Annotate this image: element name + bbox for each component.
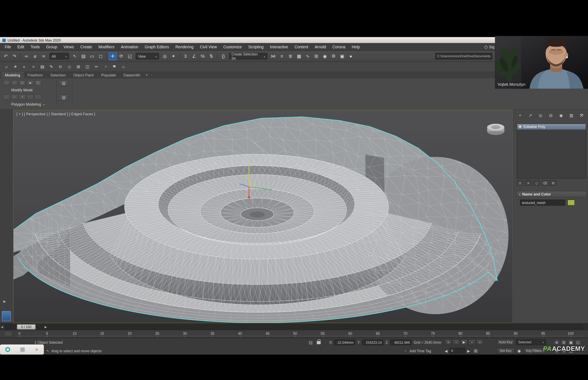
- meeting-controls-window[interactable]: ✕: [0, 344, 44, 355]
- menu-item[interactable]: Edit: [14, 43, 27, 51]
- visibility-bulb-icon[interactable]: [519, 125, 522, 128]
- set-keys-button[interactable]: ⊞: [472, 348, 479, 354]
- display-tab-icon[interactable]: ▥: [568, 112, 574, 118]
- scissors-icon[interactable]: ✂: [93, 63, 100, 71]
- angle-snap-icon[interactable]: ∠: [190, 52, 198, 60]
- pin-stack-icon[interactable]: ⊙: [517, 180, 524, 186]
- selection-filter-dropdown[interactable]: All: [49, 53, 69, 59]
- use-pivot-center-icon[interactable]: ◎: [161, 52, 169, 60]
- create-tab-icon[interactable]: ↗: [527, 112, 533, 118]
- select-object-icon[interactable]: ↖: [71, 52, 79, 60]
- mirror-icon[interactable]: ⋈: [269, 52, 277, 60]
- vertex-mode-icon[interactable]: ∴: [3, 80, 10, 86]
- menu-item[interactable]: Rendering: [172, 43, 197, 51]
- menu-item[interactable]: Animation: [118, 43, 142, 51]
- go-to-start-icon[interactable]: «: [445, 339, 452, 345]
- select-and-link-icon[interactable]: ∞: [22, 52, 30, 60]
- menu-item[interactable]: Graph Editors: [142, 43, 172, 51]
- preview-off-icon[interactable]: ·: [3, 95, 10, 100]
- set-key-button[interactable]: Set Key: [497, 348, 514, 354]
- show-end-result-icon[interactable]: ≡: [525, 180, 532, 186]
- modify-tab-icon[interactable]: ◎: [538, 112, 544, 118]
- bind-to-space-warp-icon[interactable]: ≍: [40, 52, 48, 60]
- menu-item[interactable]: Scripting: [245, 43, 267, 51]
- x-coordinate-field[interactable]: -12.049mm: [334, 340, 355, 345]
- menu-item[interactable]: File: [1, 43, 14, 51]
- ribbon-tab[interactable]: Datasmith: [120, 72, 144, 78]
- select-by-name-icon[interactable]: ▤: [79, 52, 87, 60]
- go-to-end-icon[interactable]: »: [476, 339, 483, 345]
- viewport-label[interactable]: [ + ] [ Perspective ] [ Standard ] [ Edg…: [17, 112, 95, 116]
- motion-tab-icon[interactable]: ◉: [558, 112, 564, 118]
- object-name-field[interactable]: textured_mesh: [520, 200, 565, 206]
- project-path-field[interactable]: C:\Users\vmors\OneDrive\Documents: [435, 53, 492, 59]
- menu-item[interactable]: Help: [349, 43, 363, 51]
- separator[interactable]: [179, 53, 180, 59]
- frame-prev-icon[interactable]: ◀: [445, 349, 447, 353]
- ribbon-toggle-icon[interactable]: ▦: [295, 52, 303, 60]
- timeline-config-button[interactable]: [4, 331, 12, 336]
- undo-icon[interactable]: ↶: [2, 52, 10, 60]
- menu-item[interactable]: Modifiers: [95, 43, 118, 51]
- helper-icon[interactable]: ◇: [65, 63, 73, 71]
- polygon-mode-icon[interactable]: ▰: [26, 80, 34, 86]
- menu-item[interactable]: Group: [43, 43, 60, 51]
- material-editor-icon[interactable]: ◉: [321, 52, 329, 60]
- configure-modifier-sets-icon[interactable]: ⚙: [550, 180, 557, 186]
- sunlight-icon[interactable]: ☀: [12, 63, 19, 71]
- select-and-move-icon[interactable]: ✛: [109, 52, 117, 60]
- next-frame-icon[interactable]: ▶: [45, 325, 47, 329]
- next-frame-icon[interactable]: ›: [468, 339, 476, 345]
- menu-item[interactable]: Civil View: [197, 43, 220, 51]
- ribbon-tab[interactable]: Object Paint: [69, 72, 97, 78]
- viewport[interactable]: [ + ] [ Perspective ] [ Standard ] [ Edg…: [13, 110, 513, 323]
- time-slider-handle[interactable]: 0 / 100: [17, 324, 36, 330]
- timeline-ruler[interactable]: 0510152025303540455055606570758085909510…: [0, 330, 588, 338]
- signin-area[interactable]: Sig: [484, 43, 495, 51]
- menu-item[interactable]: Tools: [27, 43, 43, 51]
- separator[interactable]: [20, 53, 21, 59]
- menu-item[interactable]: Corona: [329, 43, 349, 51]
- preview-subobject-icon[interactable]: ▫: [11, 95, 18, 100]
- select-and-rotate-icon[interactable]: ⟳: [117, 52, 125, 60]
- previous-frame-icon[interactable]: ◀: [1, 325, 3, 329]
- clock-icon[interactable]: ◔: [102, 63, 109, 71]
- curve-editor-icon[interactable]: ∿: [304, 52, 312, 60]
- bulb-icon[interactable]: ☼: [120, 63, 127, 71]
- menu-item[interactable]: Content: [291, 43, 312, 51]
- menu-item[interactable]: Views: [60, 43, 77, 51]
- select-and-manipulate-icon[interactable]: ✦: [169, 52, 177, 60]
- separator[interactable]: [106, 53, 107, 59]
- utilities-tab-icon[interactable]: ⚒: [579, 112, 585, 118]
- auto-key-button[interactable]: Auto Key: [497, 339, 514, 345]
- ribbon-minimize-icon[interactable]: ▾: [144, 72, 149, 78]
- border-mode-icon[interactable]: ◻: [19, 80, 26, 86]
- panel-icon[interactable]: ◫: [84, 63, 91, 71]
- rendered-frame-icon[interactable]: ▣: [338, 52, 346, 60]
- redo-icon[interactable]: ↷: [10, 52, 18, 60]
- render-setup-icon[interactable]: ⚙: [330, 52, 337, 60]
- constraints-icon[interactable]: [35, 95, 42, 100]
- schematic-view-icon[interactable]: ⊞: [312, 52, 320, 60]
- element-mode-icon[interactable]: ▢: [35, 80, 42, 86]
- modifier-stack[interactable]: Editable Poly: [517, 124, 586, 179]
- selection-set-dropdown[interactable]: Selected: [516, 339, 546, 345]
- y-coordinate-field[interactable]: 254223.14: [362, 340, 383, 345]
- snap-toggle-icon[interactable]: 3: [182, 52, 189, 60]
- current-frame-field[interactable]: 0: [450, 348, 465, 354]
- show-end-result-icon[interactable]: ▥: [59, 95, 68, 101]
- target-icon[interactable]: ⊙: [57, 63, 64, 71]
- isolate-selection-icon[interactable]: ⊡: [308, 340, 314, 345]
- rectangular-selection-region-icon[interactable]: ▭: [88, 52, 96, 60]
- select-and-scale-icon[interactable]: ◱: [126, 52, 134, 60]
- flag-icon[interactable]: ⚑: [111, 63, 118, 71]
- window-crossing-icon[interactable]: ◻: [97, 52, 105, 60]
- preview-multi-icon[interactable]: ▪: [19, 95, 26, 100]
- play-icon[interactable]: ▶: [461, 339, 467, 345]
- percent-snap-icon[interactable]: %: [199, 52, 207, 60]
- edge-mode-icon[interactable]: ∕: [11, 80, 18, 86]
- frame-next-icon[interactable]: ▶: [467, 349, 470, 353]
- unlink-selection-icon[interactable]: ⌀: [31, 52, 39, 60]
- make-unique-icon[interactable]: ◇: [533, 180, 540, 186]
- key-mode-icon[interactable]: ◆: [516, 348, 522, 354]
